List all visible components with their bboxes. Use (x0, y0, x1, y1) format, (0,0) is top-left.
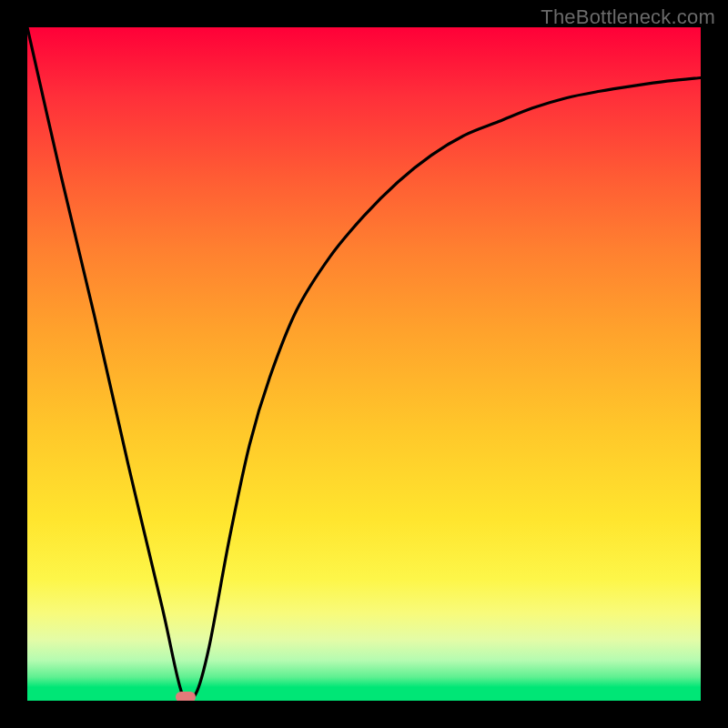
attribution-text: TheBottleneck.com (541, 5, 715, 29)
chart-frame: TheBottleneck.com (0, 0, 728, 728)
optimum-marker (176, 692, 196, 701)
plot-area (27, 27, 701, 701)
bottleneck-curve (27, 27, 701, 701)
